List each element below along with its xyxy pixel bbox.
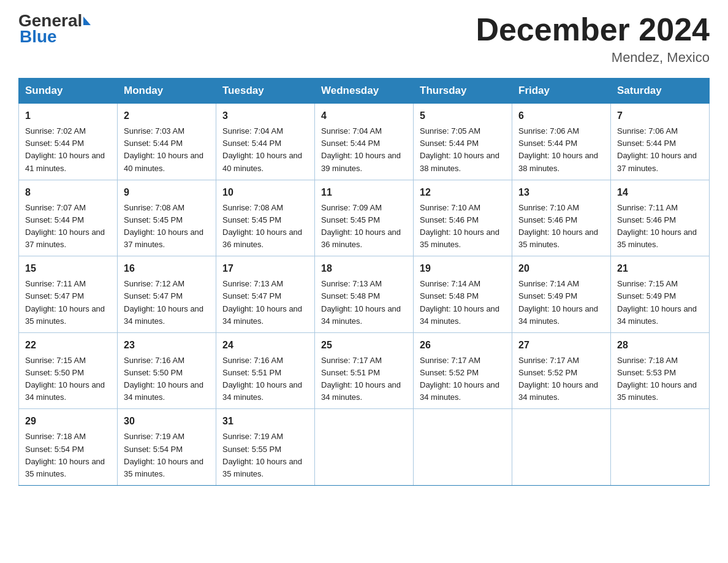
- day-info: Sunrise: 7:15 AMSunset: 5:49 PMDaylight:…: [617, 279, 697, 325]
- calendar-cell: 4 Sunrise: 7:04 AMSunset: 5:44 PMDayligh…: [315, 104, 414, 180]
- day-number: 22: [25, 338, 111, 353]
- day-number: 2: [124, 109, 210, 123]
- day-number: 23: [124, 338, 210, 353]
- calendar-week-row: 15 Sunrise: 7:11 AMSunset: 5:47 PMDaylig…: [19, 256, 710, 333]
- calendar-cell: 10 Sunrise: 7:08 AMSunset: 5:45 PMDaylig…: [216, 180, 315, 256]
- calendar-cell: 9 Sunrise: 7:08 AMSunset: 5:45 PMDayligh…: [118, 180, 216, 256]
- day-number: 9: [124, 185, 210, 200]
- day-number: 4: [321, 109, 407, 123]
- day-number: 3: [222, 109, 308, 123]
- calendar-cell: 8 Sunrise: 7:07 AMSunset: 5:44 PMDayligh…: [19, 180, 118, 256]
- day-number: 26: [420, 338, 506, 353]
- calendar-cell: 6 Sunrise: 7:06 AMSunset: 5:44 PMDayligh…: [512, 104, 611, 180]
- calendar-week-row: 22 Sunrise: 7:15 AMSunset: 5:50 PMDaylig…: [19, 332, 710, 409]
- calendar-week-row: 29 Sunrise: 7:18 AMSunset: 5:54 PMDaylig…: [19, 409, 710, 486]
- day-info: Sunrise: 7:10 AMSunset: 5:46 PMDaylight:…: [518, 203, 598, 249]
- day-number: 10: [222, 185, 308, 200]
- day-number: 25: [321, 338, 407, 353]
- calendar-cell: 30 Sunrise: 7:19 AMSunset: 5:54 PMDaylig…: [118, 409, 216, 486]
- day-info: Sunrise: 7:02 AMSunset: 5:44 PMDaylight:…: [25, 126, 105, 172]
- day-number: 15: [25, 261, 111, 276]
- day-info: Sunrise: 7:06 AMSunset: 5:44 PMDaylight:…: [518, 126, 598, 172]
- calendar-cell: 28 Sunrise: 7:18 AMSunset: 5:53 PMDaylig…: [611, 332, 710, 409]
- day-info: Sunrise: 7:09 AMSunset: 5:45 PMDaylight:…: [321, 203, 401, 249]
- calendar-cell: 15 Sunrise: 7:11 AMSunset: 5:47 PMDaylig…: [19, 256, 118, 333]
- day-number: 11: [321, 185, 407, 200]
- day-info: Sunrise: 7:11 AMSunset: 5:47 PMDaylight:…: [25, 279, 105, 325]
- day-number: 6: [518, 109, 604, 123]
- calendar-header-thursday: Thursday: [414, 79, 512, 104]
- day-info: Sunrise: 7:19 AMSunset: 5:54 PMDaylight:…: [124, 432, 203, 478]
- day-info: Sunrise: 7:11 AMSunset: 5:46 PMDaylight:…: [617, 203, 697, 249]
- day-number: 17: [222, 261, 308, 276]
- calendar-cell: 1 Sunrise: 7:02 AMSunset: 5:44 PMDayligh…: [19, 104, 118, 180]
- day-number: 16: [124, 261, 210, 276]
- calendar-cell: 14 Sunrise: 7:11 AMSunset: 5:46 PMDaylig…: [611, 180, 710, 256]
- day-info: Sunrise: 7:16 AMSunset: 5:51 PMDaylight:…: [222, 356, 302, 402]
- calendar-cell: 29 Sunrise: 7:18 AMSunset: 5:54 PMDaylig…: [19, 409, 118, 486]
- day-info: Sunrise: 7:17 AMSunset: 5:51 PMDaylight:…: [321, 356, 401, 402]
- day-number: 28: [617, 338, 703, 353]
- day-number: 14: [617, 185, 703, 200]
- day-number: 27: [518, 338, 604, 353]
- day-info: Sunrise: 7:03 AMSunset: 5:44 PMDaylight:…: [124, 126, 203, 172]
- logo-triangle-icon: [83, 17, 91, 25]
- location-subtitle: Mendez, Mexico: [476, 50, 710, 66]
- day-number: 20: [518, 261, 604, 276]
- day-info: Sunrise: 7:07 AMSunset: 5:44 PMDaylight:…: [25, 203, 105, 249]
- calendar-header-friday: Friday: [512, 79, 611, 104]
- logo: General Blue: [18, 12, 91, 47]
- calendar-header-sunday: Sunday: [19, 79, 118, 104]
- calendar-cell: 24 Sunrise: 7:16 AMSunset: 5:51 PMDaylig…: [216, 332, 315, 409]
- calendar-cell: 19 Sunrise: 7:14 AMSunset: 5:48 PMDaylig…: [414, 256, 512, 333]
- logo-blue-text: Blue: [18, 27, 91, 47]
- day-number: 19: [420, 261, 506, 276]
- calendar-cell: 18 Sunrise: 7:13 AMSunset: 5:48 PMDaylig…: [315, 256, 414, 333]
- day-info: Sunrise: 7:13 AMSunset: 5:47 PMDaylight:…: [222, 279, 302, 325]
- calendar-cell: [611, 409, 710, 486]
- calendar-cell: 2 Sunrise: 7:03 AMSunset: 5:44 PMDayligh…: [118, 104, 216, 180]
- day-number: 1: [25, 109, 111, 123]
- calendar-header-wednesday: Wednesday: [315, 79, 414, 104]
- day-info: Sunrise: 7:19 AMSunset: 5:55 PMDaylight:…: [222, 432, 302, 478]
- calendar-header-tuesday: Tuesday: [216, 79, 315, 104]
- calendar-week-row: 1 Sunrise: 7:02 AMSunset: 5:44 PMDayligh…: [19, 104, 710, 180]
- day-info: Sunrise: 7:08 AMSunset: 5:45 PMDaylight:…: [124, 203, 203, 249]
- day-info: Sunrise: 7:17 AMSunset: 5:52 PMDaylight:…: [420, 356, 499, 402]
- day-info: Sunrise: 7:06 AMSunset: 5:44 PMDaylight:…: [617, 126, 697, 172]
- day-number: 24: [222, 338, 308, 353]
- title-area: December 2024 Mendez, Mexico: [476, 12, 710, 66]
- calendar-cell: 13 Sunrise: 7:10 AMSunset: 5:46 PMDaylig…: [512, 180, 611, 256]
- calendar-cell: 26 Sunrise: 7:17 AMSunset: 5:52 PMDaylig…: [414, 332, 512, 409]
- calendar-week-row: 8 Sunrise: 7:07 AMSunset: 5:44 PMDayligh…: [19, 180, 710, 256]
- calendar-cell: 12 Sunrise: 7:10 AMSunset: 5:46 PMDaylig…: [414, 180, 512, 256]
- day-number: 8: [25, 185, 111, 200]
- day-number: 5: [420, 109, 506, 123]
- calendar-cell: 11 Sunrise: 7:09 AMSunset: 5:45 PMDaylig…: [315, 180, 414, 256]
- day-info: Sunrise: 7:04 AMSunset: 5:44 PMDaylight:…: [321, 126, 401, 172]
- day-info: Sunrise: 7:10 AMSunset: 5:46 PMDaylight:…: [420, 203, 499, 249]
- calendar-cell: 16 Sunrise: 7:12 AMSunset: 5:47 PMDaylig…: [118, 256, 216, 333]
- day-info: Sunrise: 7:04 AMSunset: 5:44 PMDaylight:…: [222, 126, 302, 172]
- calendar-cell: [512, 409, 611, 486]
- calendar-header-monday: Monday: [118, 79, 216, 104]
- day-info: Sunrise: 7:18 AMSunset: 5:53 PMDaylight:…: [617, 356, 697, 402]
- day-info: Sunrise: 7:16 AMSunset: 5:50 PMDaylight:…: [124, 356, 203, 402]
- day-number: 13: [518, 185, 604, 200]
- calendar-header-saturday: Saturday: [611, 79, 710, 104]
- day-info: Sunrise: 7:18 AMSunset: 5:54 PMDaylight:…: [25, 432, 105, 478]
- calendar-cell: 5 Sunrise: 7:05 AMSunset: 5:44 PMDayligh…: [414, 104, 512, 180]
- day-info: Sunrise: 7:14 AMSunset: 5:49 PMDaylight:…: [518, 279, 598, 325]
- calendar-cell: 7 Sunrise: 7:06 AMSunset: 5:44 PMDayligh…: [611, 104, 710, 180]
- calendar-cell: 21 Sunrise: 7:15 AMSunset: 5:49 PMDaylig…: [611, 256, 710, 333]
- calendar-header-row: SundayMondayTuesdayWednesdayThursdayFrid…: [19, 79, 710, 104]
- calendar-cell: 22 Sunrise: 7:15 AMSunset: 5:50 PMDaylig…: [19, 332, 118, 409]
- calendar-cell: 20 Sunrise: 7:14 AMSunset: 5:49 PMDaylig…: [512, 256, 611, 333]
- page-header: General Blue December 2024 Mendez, Mexic…: [18, 12, 710, 66]
- day-info: Sunrise: 7:13 AMSunset: 5:48 PMDaylight:…: [321, 279, 401, 325]
- day-info: Sunrise: 7:14 AMSunset: 5:48 PMDaylight:…: [420, 279, 499, 325]
- day-number: 30: [124, 414, 210, 429]
- calendar-cell: 25 Sunrise: 7:17 AMSunset: 5:51 PMDaylig…: [315, 332, 414, 409]
- day-number: 12: [420, 185, 506, 200]
- calendar-cell: 3 Sunrise: 7:04 AMSunset: 5:44 PMDayligh…: [216, 104, 315, 180]
